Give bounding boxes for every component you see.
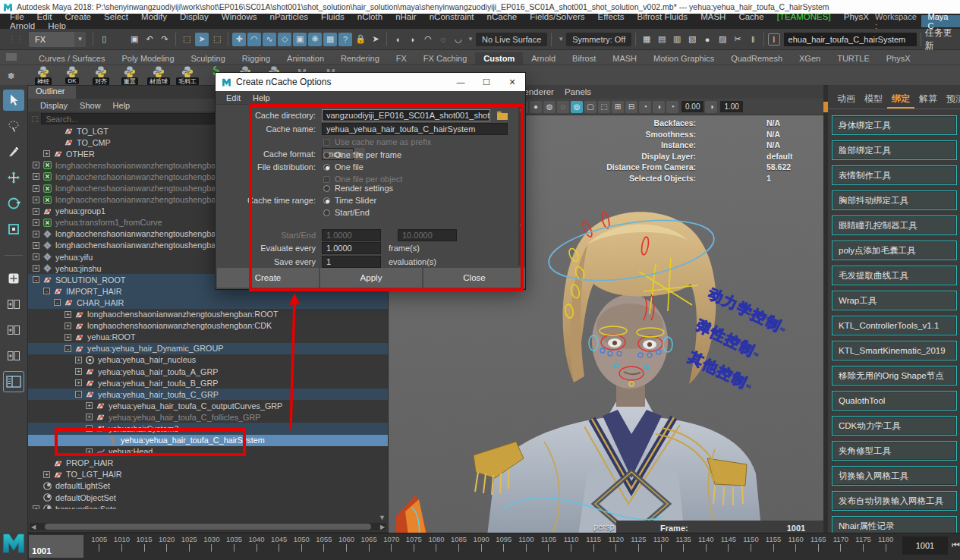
toolbar-icon[interactable]: ▣ [293,33,307,46]
shelf-tab[interactable]: Curves / Surfaces [30,52,113,64]
tools-tab[interactable]: 解算 [914,90,942,109]
timeline-tick[interactable]: 1070 [380,535,403,559]
tool-button[interactable]: 移除无用的Orig Shape节点 [832,366,957,385]
outliner-row[interactable]: + yehua:yehua_hair_toufa_A_GRP [28,366,388,377]
shelf-tab[interactable]: Animation [279,52,332,64]
outliner-row[interactable]: + TO_LGT_HAIR [28,469,388,480]
viewport-toolbar-icon[interactable]: ⊞ [612,101,624,113]
viewport-toolbar-icon[interactable]: ◑ [653,101,665,113]
tool-button[interactable]: 毛发提取曲线工具 [832,266,957,285]
outliner-row[interactable]: - yehua:yehua_hair_toufa_C_GRP [28,389,388,400]
menu-item[interactable]: Panels [559,87,596,96]
expander[interactable]: + [33,173,39,180]
menu-set-selector[interactable]: FX [29,32,74,47]
scroll-right-icon[interactable]: ▶ [379,524,386,530]
selection-name-field[interactable]: ehua_hair_toufa_C_hairSystem [784,33,917,46]
toolbar-icon[interactable]: ◇ [278,33,291,46]
viewport-toolbar-icon[interactable]: ▢ [584,101,596,113]
toolbar-icon[interactable]: ▦ [640,33,653,46]
tool-button[interactable]: 胸部抖动绑定工具 [832,190,957,210]
expander[interactable]: + [33,253,39,260]
toolbar-icon[interactable]: ▧ [685,33,699,46]
current-frame-field[interactable]: 1001 [902,536,948,555]
option-row[interactable]: Start/End [322,208,393,217]
toolbar-icon[interactable]: ▣ [127,33,141,46]
timeline-tick[interactable]: 1035 [223,535,246,559]
menu-item[interactable]: Windows [216,12,263,21]
expander[interactable]: + [33,505,39,509]
menu-item[interactable]: Fluids [316,12,350,21]
outliner-row[interactable]: yehua:yehua_hair_toufa_C_hairSystem [28,435,388,446]
toolbar-icon[interactable]: ➤ [195,33,209,46]
expander[interactable]: + [33,197,39,203]
timeline-tick[interactable]: 1065 [357,535,380,559]
outliner-row[interactable]: + yehua:yehua_hair_nucleus [28,354,388,366]
dialog-window-button[interactable]: ☐ [474,73,499,91]
toolbar-icon[interactable]: ◌ [436,33,450,46]
tool-button[interactable]: KTL_ControllerTools_v1.1 [832,316,957,335]
browse-folder-icon[interactable] [496,110,508,121]
exposure-field[interactable]: 0.00 [681,101,703,112]
tool-button[interactable]: Wrap工具 [832,291,957,310]
layout-icon[interactable] [3,371,24,392]
timeline-tick[interactable]: 1005 [88,535,111,559]
timeline-tick[interactable]: 1165 [807,535,830,559]
shelf-tab[interactable]: TURTLE [829,52,878,64]
tool-button[interactable]: poly点添加毛囊工具 [832,241,957,260]
outliner-row[interactable]: - CHAR_HAIR [28,297,388,308]
shelf-tab[interactable]: MASH [604,52,645,64]
scrollbar-thumb[interactable] [45,524,371,530]
expander[interactable]: + [33,208,39,215]
gamma-icon[interactable]: ◑ [705,101,717,113]
outliner-row[interactable]: + longhaochenshaonianwanzhengtoushengban… [28,309,388,320]
time-slider[interactable]: 1001 1005 1010 1015 1020 1025 1030 1035 … [27,533,960,560]
option-row[interactable]: One file [322,162,402,171]
expander[interactable]: - [75,391,82,398]
expander[interactable]: + [33,265,39,272]
tool-button[interactable]: QualothTool [832,391,957,411]
chevron-down-icon[interactable]: ▼ [467,36,474,42]
pane2-icon[interactable] [3,294,24,315]
expander[interactable]: - [65,345,71,352]
toolbar-icon[interactable] [112,33,126,46]
outliner-row[interactable]: + yehua:ROOT [28,332,388,343]
panel-drag-handle[interactable] [823,102,828,112]
option-row[interactable]: Render settings [322,184,393,193]
menu-item[interactable]: nParticles [265,12,314,21]
shelf-tab[interactable]: PhysX [878,52,919,64]
menu-item[interactable]: nCache [482,12,523,21]
expander[interactable]: + [75,379,82,386]
shelf-tab[interactable]: Arnold [523,52,564,64]
timeline-tick[interactable]: 1045 [268,535,291,559]
dialog-button[interactable]: Create [217,268,319,288]
tools-tab[interactable]: 模型 [860,90,887,109]
expander[interactable]: + [43,150,50,157]
menu-item[interactable]: Edit [220,93,247,102]
toolbar-icon[interactable]: ∿ [263,33,276,46]
dialog-button[interactable]: Close [423,268,525,288]
menu-item[interactable]: Effects [593,12,630,21]
task-update-button[interactable]: 任务更新 [925,27,960,52]
outliner-row[interactable]: + yehua:yehua_hair_toufa_C_outputCurves_… [28,400,388,411]
menu-item[interactable]: File [5,12,30,21]
timeline-tick[interactable]: 1075 [403,535,426,559]
toolbar-icon[interactable]: ◠ [247,33,261,46]
expander[interactable]: - [33,276,39,283]
outliner-row[interactable]: + longhaochenshaonianwanzhengtoushengban… [28,320,388,332]
move-icon[interactable] [3,167,24,188]
timeline-tick[interactable]: 1090 [470,535,493,559]
cache-name-field[interactable]: yehua_yehua_hair_toufa_C_hairSystem [322,123,508,135]
tool-button[interactable]: 切换输入网格工具 [832,466,957,486]
timeline-tick[interactable]: 1145 [717,535,740,559]
expander[interactable]: + [86,414,93,420]
menu-item[interactable]: nCloth [352,12,388,21]
timeline-tick[interactable]: 1025 [178,535,200,559]
timeline-tick[interactable]: 1115 [582,535,605,559]
outliner-row[interactable]: - yehua:hairSystem3 [28,423,388,434]
timeline-tick[interactable]: 1120 [605,535,628,559]
timeline-tick[interactable]: 1095 [493,535,515,559]
shelf-tab[interactable]: Custom [475,52,523,64]
scroll-down-icon[interactable]: ▼ [379,514,386,521]
shelf-tab[interactable]: Rendering [332,52,388,64]
toolbar-icon[interactable]: ‖ [746,33,760,46]
